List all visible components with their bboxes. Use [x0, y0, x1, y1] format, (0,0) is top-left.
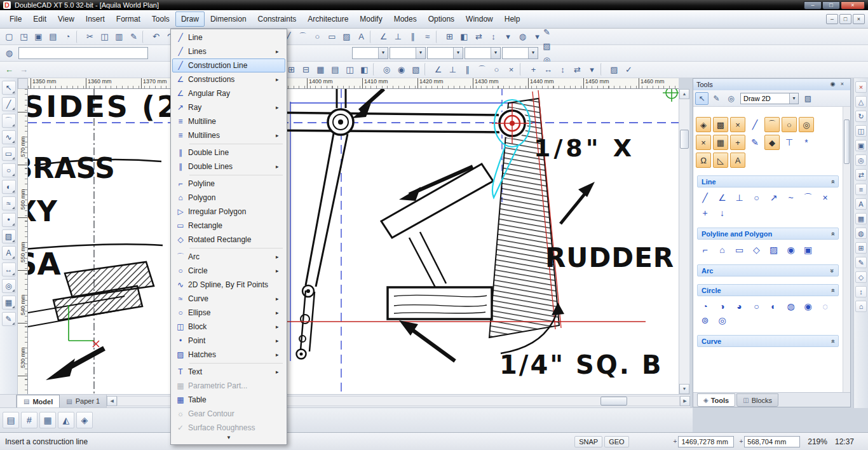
toolbar-button[interactable]: ✎ [126, 30, 141, 44]
section-header-line[interactable]: Line » [697, 175, 839, 188]
section-tool-button[interactable]: ◉ [785, 245, 796, 255]
toolbar-button[interactable]: ∠ [431, 63, 445, 77]
toolbar-button[interactable]: ⊥ [391, 30, 405, 44]
section-tool-button[interactable]: ▨ [768, 245, 779, 255]
property-input[interactable] [18, 47, 148, 59]
menubar-item[interactable]: View [52, 11, 80, 27]
section-tool-button[interactable]: ◕ [734, 301, 745, 311]
toolbar-button[interactable]: × [504, 63, 519, 77]
layout-tool-button[interactable]: ◭ [58, 412, 74, 428]
section-tool-button[interactable]: + [700, 208, 710, 218]
palette-tool-button[interactable]: ▩ [713, 117, 728, 132]
toolbar-button[interactable]: ▢ [2, 30, 17, 44]
menu-item[interactable]: ∥ Double Line [172, 146, 285, 160]
chevron-down-icon[interactable]: ▾ [789, 93, 798, 104]
palette-tool-button[interactable]: ○ [782, 117, 797, 132]
vertical-scrollbar-thumb[interactable] [680, 130, 689, 149]
layout-tool-button[interactable]: ▤ [3, 412, 19, 428]
palette-tool-button[interactable]: * [799, 135, 814, 150]
menu-item[interactable]: ▦ Parametric Part... [172, 379, 285, 393]
toolbar-button[interactable]: ◍ [515, 30, 530, 44]
palette-tool-button[interactable]: ▦ [713, 135, 728, 150]
tool-button[interactable]: • [2, 213, 16, 227]
chevron-down-icon[interactable]: ▾ [416, 48, 425, 58]
toolbar-button[interactable]: ▨ [339, 30, 354, 44]
x-coordinate-field[interactable]: 1469,7278 mm [678, 436, 734, 447]
section-tool-button[interactable]: ∠ [717, 193, 728, 204]
chevron-down-icon[interactable]: ▾ [378, 48, 388, 58]
strip-tool-button[interactable]: ≡ [855, 184, 867, 195]
palette-tool-button[interactable]: ⌒ [764, 117, 780, 132]
scroll-right-icon[interactable]: ▶ [680, 396, 690, 406]
palette-tool-button[interactable]: A [730, 153, 745, 168]
strip-tool-button[interactable]: ▦ [855, 213, 867, 224]
menu-item[interactable]: ╱ Construction Line [172, 58, 285, 72]
mdi-button[interactable]: – [826, 14, 838, 24]
menu-item[interactable]: ○ Ellipse ▸ [172, 306, 285, 320]
toolbar-button[interactable]: ▥ [112, 30, 126, 44]
menubar-item[interactable]: Tools [146, 11, 175, 27]
section-tool-button[interactable]: × [820, 193, 831, 204]
tool-mode-combo[interactable]: Draw 2D ▾ [740, 93, 799, 104]
strip-tool-button[interactable]: ◍ [855, 228, 867, 239]
collapse-chevron-icon[interactable]: » [829, 339, 836, 343]
tool-button[interactable]: ◐ [2, 180, 16, 194]
section-tool-button[interactable]: ◌ [820, 301, 831, 311]
chevron-down-icon[interactable]: ▾ [491, 48, 500, 58]
property-combo[interactable]: ▾ [502, 47, 538, 59]
section-tool-button[interactable]: ↓ [717, 208, 728, 218]
menu-item[interactable]: ≡ Multiline [172, 114, 285, 128]
toolbar-button[interactable] [424, 63, 430, 76]
toolbar-button[interactable]: ↕ [555, 63, 570, 77]
toolbar-button[interactable]: ∥ [460, 63, 475, 77]
panel-tab[interactable]: ◫Blocks [736, 393, 778, 407]
tool-button[interactable]: A [2, 246, 16, 260]
toolbar-button[interactable] [373, 63, 378, 76]
menu-item[interactable]: • Point ▸ [172, 334, 285, 348]
snap-toggle[interactable]: SNAP [574, 436, 602, 447]
collapse-chevron-icon[interactable]: » [829, 231, 836, 235]
strip-tool-button[interactable]: △ [855, 96, 867, 107]
menu-item[interactable]: ≡ Multilines ▸ [172, 128, 285, 142]
section-tool-button[interactable]: ▣ [803, 245, 813, 255]
tool-button[interactable]: ▭ [2, 147, 16, 161]
menubar-item[interactable]: Dimension [205, 11, 252, 27]
strip-tool-button[interactable]: ◫ [855, 125, 867, 137]
sheet-tab[interactable]: ▤Paper 1 [60, 395, 107, 407]
toolbar-button[interactable]: A [354, 30, 369, 44]
toolbar-button[interactable]: ◫ [342, 63, 357, 77]
toolbar-button[interactable]: ✂ [83, 30, 97, 44]
menu-item[interactable]: ○ Circle ▸ [172, 264, 285, 278]
toolbar-button[interactable]: ✎ [539, 25, 554, 39]
menu-item[interactable]: ╱ Lines ▸ [172, 44, 285, 58]
palette-tool-button[interactable]: ✎ [747, 135, 763, 150]
palette-tool-button[interactable]: ◎ [799, 117, 814, 132]
toolbar-button[interactable] [436, 31, 441, 43]
property-combo[interactable]: ▾ [465, 47, 501, 59]
drawing-canvas[interactable]: SIDES (2 BRASS XY SA [28, 89, 679, 394]
section-tool-button[interactable]: ⊚ [700, 315, 710, 325]
layout-tool-button[interactable]: # [21, 412, 37, 428]
menubar-item[interactable]: Options [423, 11, 460, 27]
menu-item[interactable]: ☼ Gear Contour [172, 407, 285, 421]
section-tool-button[interactable]: ◐ [768, 301, 779, 311]
collapse-chevron-icon[interactable]: » [829, 179, 836, 183]
section-tool-button[interactable]: ▭ [734, 245, 745, 255]
tool-button[interactable]: ▦ [2, 296, 16, 310]
section-tool-button[interactable]: ⊥ [734, 193, 745, 204]
panel-tool-button[interactable]: ↖ [695, 92, 709, 105]
menubar-item[interactable]: Window [460, 11, 499, 27]
strip-tool-button[interactable]: ⇄ [855, 169, 867, 181]
menubar-item[interactable]: Modify [354, 11, 388, 27]
sheet-tab[interactable]: ▤Model [17, 395, 60, 407]
section-tool-button[interactable]: ⌂ [717, 245, 728, 255]
toolbar-button[interactable]: ◉ [394, 63, 409, 77]
toolbar-button[interactable]: ◧ [357, 63, 372, 77]
strip-tool-button[interactable]: ✎ [855, 257, 867, 268]
strip-tool-button[interactable]: ⌂ [855, 301, 867, 312]
toolbar-button[interactable] [370, 31, 375, 43]
palette-tool-button[interactable]: ◺ [713, 153, 728, 168]
toolbar-button[interactable]: ⊞ [442, 30, 457, 44]
maximize-button[interactable]: □ [822, 1, 840, 10]
chevron-down-icon[interactable]: ▾ [453, 48, 463, 58]
